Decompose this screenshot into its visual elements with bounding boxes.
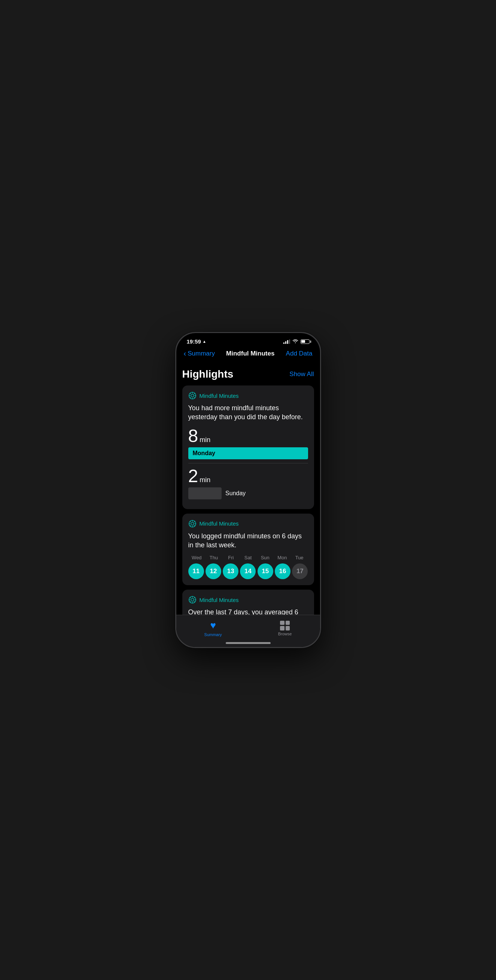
highlight-card-3: Mindful Minutes Over the last 7 days, yo… (182, 590, 314, 615)
main-content: Highlights Show All (176, 362, 320, 615)
svg-line-9 (193, 393, 195, 395)
stat-number-8: 8 (188, 427, 198, 445)
day-circle-16: 16 (275, 563, 290, 579)
day-circle-15: 15 (258, 563, 273, 579)
svg-line-19 (193, 521, 195, 522)
card-1-label: Mindful Minutes (200, 393, 239, 399)
stat-unit-min-1: min (200, 436, 211, 444)
day-circle-17: 17 (292, 563, 308, 579)
stat-value-8: 8 min (188, 427, 308, 445)
card-3-header: Mindful Minutes (188, 596, 308, 604)
battery-icon (301, 339, 310, 344)
card-1-header: Mindful Minutes (188, 391, 308, 400)
bar-label-monday: Monday (193, 450, 215, 457)
home-bar (226, 642, 271, 644)
navigation-bar: ‹ Summary Mindful Minutes Add Data (176, 348, 320, 362)
day-sat: Sat (239, 555, 257, 560)
mindful-icon-2 (188, 520, 196, 528)
svg-point-21 (191, 599, 193, 601)
status-time: 19:59 ▲ (187, 338, 206, 345)
tab-summary[interactable]: ♥ Summary (195, 618, 231, 638)
bar-sunday: Sunday (188, 487, 308, 500)
card-3-label: Mindful Minutes (200, 597, 239, 603)
card-2-description: You logged mindful minutes on 6 days in … (188, 531, 308, 550)
day-circle-13: 13 (223, 563, 238, 579)
day-circle-14: 14 (240, 563, 256, 579)
location-arrow-icon: ▲ (203, 339, 206, 344)
page-title: Mindful Minutes (226, 350, 274, 357)
stat-row-monday: 8 min Monday (188, 427, 308, 459)
svg-line-7 (193, 397, 195, 398)
svg-line-8 (190, 397, 191, 398)
tab-browse[interactable]: Browse (269, 619, 301, 638)
card-2-header: Mindful Minutes (188, 520, 308, 528)
svg-line-6 (190, 393, 191, 395)
stat-row-sunday: 2 min Sunday (188, 467, 308, 500)
tab-summary-label: Summary (204, 632, 222, 637)
tab-bar: ♥ Summary Browse (176, 615, 320, 640)
calendar-day-circles: 11 12 13 14 15 16 17 (188, 563, 308, 579)
day-sun: Sun (257, 555, 274, 560)
day-thu: Thu (205, 555, 222, 560)
day-circle-12: 12 (206, 563, 221, 579)
day-circle-11: 11 (188, 563, 204, 579)
day-mon: Mon (274, 555, 291, 560)
mindful-icon-3 (188, 596, 196, 604)
svg-line-27 (193, 601, 195, 602)
card-3-description: Over the last 7 days, you averaged 6 min… (188, 608, 308, 615)
stat-value-2: 2 min (188, 467, 308, 485)
svg-point-1 (191, 394, 193, 397)
signal-icon (284, 339, 290, 344)
highlight-card-1: Mindful Minutes You had more mindful min… (182, 385, 314, 509)
divider-1 (188, 463, 308, 463)
highlights-header: Highlights Show All (182, 368, 314, 380)
bar-label-sunday: Sunday (225, 490, 246, 497)
add-data-button[interactable]: Add Data (286, 350, 312, 357)
svg-line-18 (190, 525, 191, 526)
stat-number-2: 2 (188, 467, 198, 485)
svg-line-29 (193, 598, 195, 599)
day-wed: Wed (188, 555, 206, 560)
tab-browse-label: Browse (278, 632, 292, 636)
day-tue: Tue (291, 555, 308, 560)
highlight-card-2: Mindful Minutes You logged mindful minut… (182, 514, 314, 585)
card-2-label: Mindful Minutes (200, 520, 239, 527)
day-fri: Fri (222, 555, 239, 560)
wifi-icon (292, 339, 298, 344)
back-button[interactable]: ‹ Summary (184, 349, 215, 358)
back-label: Summary (187, 350, 215, 357)
stat-unit-min-2: min (200, 476, 211, 484)
show-all-button[interactable]: Show All (289, 371, 314, 378)
calendar-day-names: Wed Thu Fri Sat Sun Mon Tue (188, 555, 308, 560)
time-display: 19:59 (187, 338, 201, 345)
browse-grid-icon (280, 621, 290, 630)
svg-line-28 (190, 601, 191, 602)
bar-fill-monday: Monday (188, 447, 308, 459)
status-icons (284, 339, 310, 344)
highlights-title: Highlights (182, 368, 234, 380)
chevron-left-icon: ‹ (184, 349, 186, 358)
heart-icon: ♥ (210, 620, 216, 631)
svg-line-16 (190, 521, 191, 522)
svg-line-17 (193, 525, 195, 526)
home-indicator (176, 640, 320, 647)
card-1-description: You had more mindful minutes yesterday t… (188, 404, 308, 422)
svg-point-11 (191, 522, 193, 525)
bar-fill-sunday (188, 487, 222, 500)
mindful-icon-1 (188, 391, 196, 400)
bar-monday: Monday (188, 447, 308, 459)
svg-line-26 (190, 598, 191, 599)
